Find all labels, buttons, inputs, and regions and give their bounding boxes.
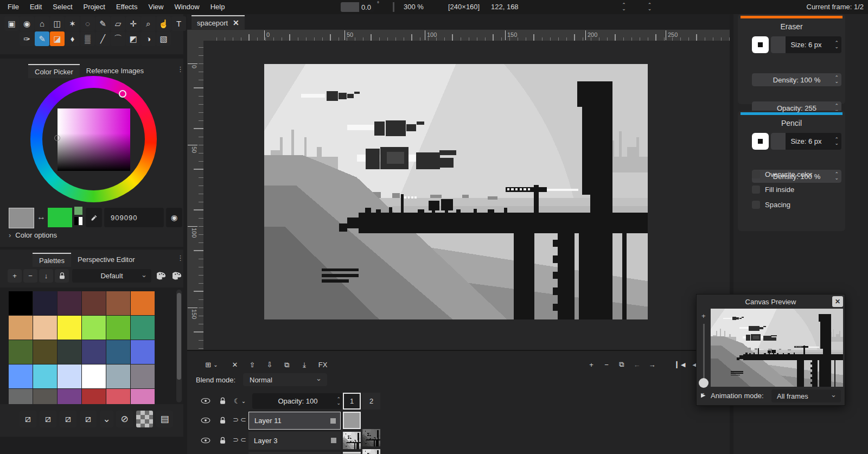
spin-down-icon[interactable]: ⌄	[834, 80, 839, 84]
layer-fx-button[interactable]: FX	[315, 358, 331, 372]
alt-color-mini[interactable]	[74, 207, 82, 215]
tool-lasso[interactable]: ◌	[80, 16, 95, 31]
tab-perspective-editor[interactable]: Perspective Editor	[71, 253, 142, 266]
rotation-input[interactable]: 0.0	[341, 2, 374, 12]
preview-zoom-slider[interactable]	[703, 324, 705, 382]
palette-swatch[interactable]	[58, 340, 81, 364]
palette-swatch[interactable]	[106, 340, 130, 364]
cel-thumbnail[interactable]	[343, 412, 361, 429]
vertical-ruler[interactable]: 050100150	[187, 41, 203, 350]
link-cel-icon[interactable]: ⊃	[233, 436, 239, 444]
palette-swatch[interactable]	[58, 389, 81, 404]
hue-selector[interactable]	[119, 90, 126, 98]
animation-mode-dropdown[interactable]: All frames ⌄	[771, 389, 841, 402]
project-tab[interactable]: spaceport ✕	[192, 15, 245, 29]
link-cel-icon[interactable]: ⊃	[233, 415, 239, 424]
swap-colors-icon[interactable]: ↔	[37, 212, 46, 222]
mirror-x-button[interactable]: ⧄	[20, 411, 36, 427]
panel-menu-dots-icon[interactable]: ⋮	[177, 65, 184, 73]
mirror-d2-button[interactable]: ⧄	[80, 411, 97, 427]
palette-lock-button[interactable]	[55, 269, 69, 283]
tool-magic-wand[interactable]: ✶	[65, 16, 80, 31]
dynamics-off-button[interactable]: ⊘	[116, 411, 133, 427]
color-mode-button[interactable]: ◉	[166, 208, 182, 227]
tab-color-picker[interactable]: Color Picker	[28, 64, 80, 78]
layer-color-chip[interactable]	[330, 418, 336, 424]
preview-titlebar[interactable]: Canvas Preview	[697, 295, 845, 309]
palette-swatch[interactable]	[82, 389, 106, 404]
tool-eraser[interactable]: ◪	[50, 31, 65, 46]
spin-down-icon[interactable]: ⌄	[834, 45, 839, 49]
tool-line[interactable]: ╱	[95, 31, 110, 46]
palette-swatch[interactable]	[82, 365, 106, 388]
tool-zoom[interactable]: ⌕	[141, 16, 156, 31]
frame-button-2[interactable]: 2	[362, 393, 380, 410]
tool-color-picker[interactable]: ✑	[20, 31, 34, 46]
remove-frame-button[interactable]: −	[600, 358, 613, 371]
mirror-d1-button[interactable]: ⧄	[60, 411, 76, 427]
fill-inside-checkbox[interactable]	[752, 186, 760, 194]
layer-visibility-button[interactable]	[198, 413, 213, 427]
add-frame-button[interactable]: +	[585, 358, 598, 371]
palette-swatch[interactable]	[106, 389, 130, 404]
menu-project[interactable]: Project	[78, 0, 111, 14]
new-palette-button[interactable]	[170, 269, 184, 283]
tool-rectangle[interactable]: ◩	[126, 31, 141, 46]
layer-lock-button[interactable]	[216, 433, 229, 447]
spin-down-icon[interactable]: ⌄	[336, 401, 341, 405]
preview-close-button[interactable]: ✕	[832, 296, 843, 307]
delete-layer-button[interactable]: ✕	[228, 358, 242, 372]
tool-polygon-select[interactable]: ⌂	[35, 16, 49, 31]
onion-skinning-button[interactable]: ☾⌄	[231, 393, 249, 408]
palette-swatch[interactable]	[58, 365, 81, 388]
tab-palettes[interactable]: Palettes	[33, 253, 71, 267]
tool-shading[interactable]: ▒	[80, 31, 95, 46]
unlink-cel-icon[interactable]: ⊂	[240, 436, 246, 444]
tool-pan[interactable]: ☝	[156, 16, 171, 31]
canvas-viewport[interactable]	[203, 41, 730, 350]
layer-row-selected[interactable]: ⊃ ⊂ Layer 11	[187, 412, 730, 430]
frame-button-1[interactable]: 1	[343, 393, 361, 410]
tool-transform[interactable]: ▱	[111, 16, 125, 31]
layer-visibility-button[interactable]	[198, 433, 213, 447]
tool-paint-selection[interactable]: ✎	[95, 16, 110, 31]
palette-swatch[interactable]	[131, 365, 155, 388]
move-frame-left-button[interactable]: ←	[630, 358, 643, 371]
palette-swatch[interactable]	[58, 316, 81, 340]
sv-square[interactable]	[58, 108, 130, 171]
go-first-frame-button[interactable]: ▎◀	[674, 358, 688, 371]
mirror-options-chevron-button[interactable]: ⌄	[100, 411, 113, 427]
clone-frame-button[interactable]: ⧉	[615, 358, 628, 371]
palette-swatch[interactable]	[131, 291, 155, 315]
cel-thumbnail[interactable]	[343, 432, 361, 449]
palette-swatch[interactable]	[82, 316, 106, 340]
palette-swatch[interactable]	[106, 316, 130, 340]
hex-color-input[interactable]: 909090	[104, 208, 164, 227]
tool-curve[interactable]: ⌒	[111, 31, 125, 46]
move-layer-down-button[interactable]: ⇩	[263, 358, 277, 372]
tool-move[interactable]: ✛	[126, 16, 141, 31]
layer-name-cell[interactable]: Layer 11	[248, 412, 341, 430]
palette-swatch[interactable]	[106, 291, 130, 315]
menu-window[interactable]: Window	[169, 0, 205, 14]
close-tab-icon[interactable]: ✕	[233, 18, 239, 27]
bw-color-mini[interactable]	[74, 217, 82, 225]
tool-3d-shape-edit[interactable]: ▧	[156, 31, 171, 46]
palette-swatch[interactable]	[82, 340, 106, 364]
add-layer-button[interactable]: ⊞⌄	[200, 358, 224, 372]
edit-palette-button[interactable]	[154, 269, 168, 283]
clone-layer-button[interactable]: ⧉	[280, 358, 294, 372]
eraser-size-slider[interactable]: Size: 6 px ⌃⌄	[771, 36, 841, 53]
right-color-swatch[interactable]	[48, 208, 72, 227]
eraser-density-slider[interactable]: Density: 100 % ⌃⌄	[752, 73, 841, 86]
palette-swatch[interactable]	[106, 365, 130, 388]
screen-color-picker-button[interactable]	[86, 208, 102, 227]
zoom-value[interactable]: 300 %	[404, 3, 424, 11]
palette-swatch[interactable]	[131, 389, 155, 404]
toggle-all-lock-button[interactable]	[216, 393, 229, 408]
palette-swatch[interactable]	[33, 291, 57, 315]
stamp-button[interactable]: ▤	[156, 411, 173, 427]
sort-palette-button[interactable]: ↓	[39, 269, 53, 283]
merge-down-button[interactable]: ⤓	[297, 358, 311, 372]
spacing-row[interactable]: Spacing	[752, 201, 790, 209]
